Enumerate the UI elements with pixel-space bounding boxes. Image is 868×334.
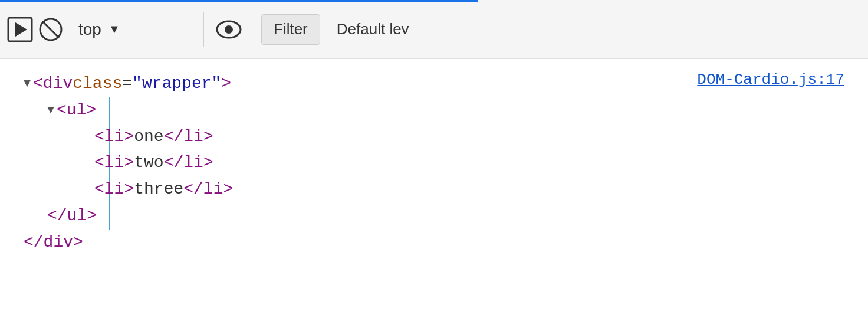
open-bracket-li3: < (94, 176, 104, 203)
open-close-bracket-li1: </ (164, 124, 184, 150)
tag-li2-close: li (183, 150, 203, 176)
open-close-bracket-ul: </ (47, 203, 67, 230)
li-text-two: two (134, 150, 163, 176)
source-link[interactable]: DOM-Cardio.js:17 (697, 71, 844, 89)
tag-li3-close: li (203, 176, 223, 203)
li-text-three: three (134, 176, 183, 203)
open-close-bracket-div: </ (24, 230, 44, 256)
tag-li1-close: li (183, 124, 203, 150)
eye-icon (214, 18, 244, 41)
open-bracket-li1: < (94, 124, 104, 150)
toolbar: top ▼ Filter Default lev (0, 0, 868, 59)
tree-row-ul[interactable]: ▼ <ul> (24, 97, 868, 124)
tree-children-container: ▼ <ul> <li>one</li> <li>two</li> <li>thr… (24, 97, 868, 230)
open-bracket-ul: < (57, 97, 67, 124)
tree-row-li-two[interactable]: <li>two</li> (24, 150, 868, 176)
level-label: Default lev (337, 20, 409, 38)
tree-row-li-one[interactable]: <li>one</li> (24, 124, 868, 150)
play-stop-button[interactable] (7, 17, 33, 42)
separator-3 (254, 12, 254, 47)
block-icon (38, 17, 64, 42)
tag-div-close: div (44, 230, 73, 256)
visibility-button[interactable] (211, 12, 246, 47)
svg-point-5 (225, 25, 233, 34)
play-stop-icon (7, 17, 33, 42)
open-bracket-1: < (33, 71, 43, 97)
svg-line-3 (42, 21, 59, 38)
filter-button[interactable]: Filter (261, 14, 320, 45)
close-bracket-li1-end: > (203, 124, 213, 150)
collapse-triangle-div[interactable]: ▼ (24, 74, 31, 93)
close-bracket-li3-end: > (223, 176, 233, 203)
attr-class: class (73, 71, 122, 97)
close-bracket-ul: > (86, 97, 96, 124)
tree-row-ul-close[interactable]: </ul> (24, 203, 868, 230)
separator-1 (71, 12, 71, 47)
dom-tree: ▼ <div class="wrapper"> ▼ <ul> <li>one</… (0, 59, 868, 334)
close-bracket-ul-end: > (87, 203, 97, 230)
close-bracket-li1-open: > (124, 124, 134, 150)
tag-li2: li (104, 150, 124, 176)
tag-li3: li (104, 176, 124, 203)
tag-ul-close: ul (67, 203, 87, 230)
progress-bar (0, 0, 478, 2)
open-bracket-li2: < (94, 150, 104, 176)
tag-ul: ul (67, 97, 87, 124)
li-text-one: one (134, 124, 163, 150)
close-bracket-div-end: > (73, 230, 83, 256)
main-content: ▼ <div class="wrapper"> ▼ <ul> <li>one</… (0, 59, 868, 334)
open-close-bracket-li2: </ (164, 150, 184, 176)
tag-div: div (43, 71, 73, 97)
close-bracket-li2-open: > (124, 150, 134, 176)
tree-row-div-close[interactable]: </div> (24, 230, 868, 256)
filter-label: Filter (274, 20, 308, 38)
frame-value: top (78, 20, 101, 39)
attr-wrapper-value: "wrapper" (132, 71, 221, 97)
separator-2 (203, 12, 204, 47)
level-button[interactable]: Default lev (325, 14, 421, 45)
frame-selector[interactable]: top ▼ (78, 20, 196, 39)
tree-row-li-three[interactable]: <li>three</li> (24, 176, 868, 203)
tag-li1: li (104, 124, 124, 150)
svg-marker-1 (15, 22, 27, 37)
close-bracket-li3-open: > (124, 176, 134, 203)
close-bracket-1: > (221, 71, 231, 97)
collapse-triangle-ul[interactable]: ▼ (47, 101, 54, 120)
open-close-bracket-li3: </ (183, 176, 203, 203)
block-button[interactable] (38, 17, 64, 42)
close-bracket-li2-end: > (203, 150, 213, 176)
chevron-down-icon: ▼ (108, 22, 120, 36)
